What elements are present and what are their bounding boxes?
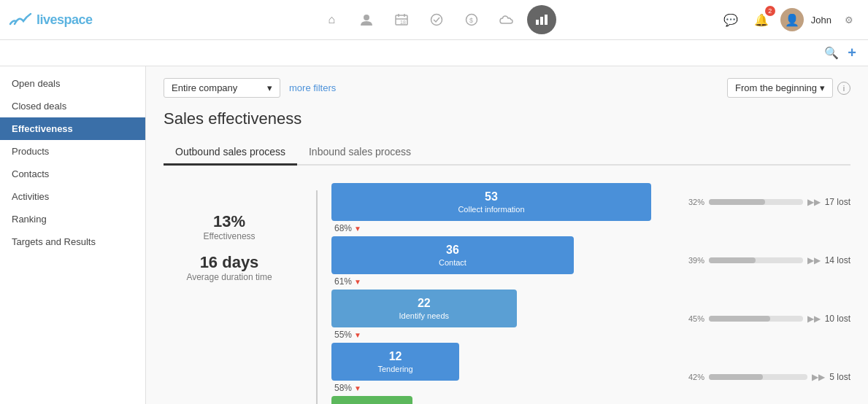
sidebar-item-closed-deals[interactable]: Closed deals bbox=[0, 95, 145, 117]
funnel-conversion-identify: 55% ▼ bbox=[334, 330, 668, 340]
deals-nav-button[interactable]: $ bbox=[457, 5, 486, 34]
conversion-spacer-2 bbox=[683, 338, 850, 358]
contacts-nav-button[interactable] bbox=[352, 5, 381, 34]
funnel-conversion-contact: 61% ▼ bbox=[334, 276, 668, 287]
lost-bar-track-contact bbox=[709, 257, 803, 263]
effectiveness-label: Effectiveness bbox=[164, 231, 295, 241]
duration-label: Average duration time bbox=[164, 272, 295, 282]
sidebar-item-activities[interactable]: Activities bbox=[0, 185, 145, 208]
cloud-icon bbox=[499, 15, 514, 25]
notification-badge: 2 bbox=[765, 6, 775, 16]
svg-text:18: 18 bbox=[400, 20, 406, 25]
funnel-label-tendering: Tendering bbox=[377, 365, 412, 373]
funnel-count-contact: 36 bbox=[446, 244, 459, 257]
sidebar-item-products[interactable]: Products bbox=[0, 140, 145, 163]
funnel-label-collect: Collect information bbox=[458, 205, 524, 214]
sidebar-item-contacts[interactable]: Contacts bbox=[0, 163, 145, 185]
lost-row-contact: 39% ▶▶ 14 lost bbox=[683, 241, 850, 279]
funnel-count-collect: 53 bbox=[485, 190, 498, 203]
analytics-nav-button[interactable] bbox=[527, 5, 556, 34]
sidebar-item-ranking[interactable]: Ranking bbox=[0, 208, 145, 230]
funnel-label-contact: Contact bbox=[439, 258, 466, 267]
conversion-arrow-icon-3: ▼ bbox=[354, 331, 361, 339]
chat-button[interactable]: 💬 bbox=[719, 8, 742, 31]
lost-arrow-icon-3: ▶▶ bbox=[807, 314, 821, 324]
lost-pct-tendering: 42% bbox=[683, 373, 704, 381]
funnel-bar-won[interactable]: 7 Won bbox=[331, 396, 412, 404]
svg-text:$: $ bbox=[469, 17, 473, 24]
conversion-arrow-icon-2: ▼ bbox=[354, 278, 361, 286]
lost-row-identify: 45% ▶▶ 10 lost bbox=[683, 300, 850, 338]
settings-button[interactable]: ⚙ bbox=[839, 9, 859, 30]
conversion-spacer-0 bbox=[683, 221, 850, 241]
content-area: Entire company ▾ more filters From the b… bbox=[146, 66, 868, 404]
company-filter[interactable]: Entire company ▾ bbox=[164, 78, 280, 98]
sidebar-item-open-deals[interactable]: Open deals bbox=[0, 72, 145, 95]
avatar: 👤 bbox=[780, 8, 804, 31]
calendar-nav-button[interactable]: 18 bbox=[387, 5, 416, 34]
filter-bar: Entire company ▾ more filters From the b… bbox=[164, 78, 850, 98]
home-nav-button[interactable]: ⌂ bbox=[317, 5, 346, 34]
main-layout: Open deals Closed deals Effectiveness Pr… bbox=[0, 66, 868, 404]
secondary-nav: 🔍 + bbox=[0, 40, 868, 66]
tab-outbound[interactable]: Outbound sales process bbox=[164, 140, 297, 166]
lost-count-tendering: 5 lost bbox=[829, 372, 850, 382]
lost-pct-collect: 32% bbox=[683, 198, 704, 206]
notifications-button[interactable]: 🔔 2 bbox=[750, 8, 773, 31]
calendar-icon: 18 bbox=[395, 13, 408, 26]
more-filters-link[interactable]: more filters bbox=[289, 82, 336, 93]
svg-rect-9 bbox=[536, 20, 539, 25]
conversion-arrow-icon: ▼ bbox=[354, 225, 361, 233]
nav-icons: ⌂ 18 $ bbox=[155, 5, 719, 34]
info-icon[interactable]: i bbox=[837, 82, 850, 95]
lost-pct-contact: 39% bbox=[683, 256, 704, 265]
lost-row-collect: 32% ▶▶ 17 lost bbox=[683, 183, 850, 221]
lost-bar-track-identify bbox=[709, 316, 803, 322]
left-stats: 13% Effectiveness 16 days Average durati… bbox=[164, 183, 310, 294]
funnel-stage-contact: 36 Contact 61% ▼ bbox=[331, 236, 668, 287]
nav-right: 💬 🔔 2 👤 John ⚙ bbox=[719, 8, 859, 31]
user-name: John bbox=[811, 15, 831, 26]
conversion-spacer-1 bbox=[683, 279, 850, 300]
funnel-bar-tendering[interactable]: 12 Tendering bbox=[331, 343, 459, 381]
process-tabs: Outbound sales process Inbound sales pro… bbox=[164, 140, 850, 166]
funnel-stage-tendering: 12 Tendering 58% ▼ bbox=[331, 343, 668, 393]
funnel-label-identify: Identify needs bbox=[399, 311, 450, 320]
funnel-bar-contact[interactable]: 36 Contact bbox=[331, 236, 574, 274]
money-icon: $ bbox=[465, 13, 478, 26]
search-button[interactable]: 🔍 bbox=[824, 46, 839, 60]
lost-bar-track-tendering bbox=[709, 374, 807, 380]
lost-arrow-icon: ▶▶ bbox=[807, 197, 821, 207]
lost-pct-identify: 45% bbox=[683, 314, 704, 323]
lost-bar-track-collect bbox=[709, 199, 803, 205]
svg-rect-10 bbox=[540, 17, 543, 25]
lost-bar-fill-contact bbox=[709, 257, 756, 263]
duration-value: 16 days bbox=[164, 253, 295, 272]
svg-point-0 bbox=[364, 15, 369, 20]
lost-bar-fill-identify bbox=[709, 316, 770, 322]
lost-section: 32% ▶▶ 17 lost 39% bbox=[675, 183, 850, 396]
sidebar-item-effectiveness[interactable]: Effectiveness bbox=[0, 117, 145, 140]
livespace-logo-icon bbox=[9, 11, 32, 28]
funnel-chart: 53 Collect information 68% ▼ 36 Cont bbox=[324, 183, 675, 404]
cloud-nav-button[interactable] bbox=[492, 5, 521, 34]
time-range-label: From the beginning bbox=[735, 82, 817, 93]
funnel-area: 13% Effectiveness 16 days Average durati… bbox=[164, 183, 850, 404]
funnel-count-identify: 22 bbox=[418, 297, 431, 310]
tab-inbound[interactable]: Inbound sales process bbox=[297, 140, 423, 166]
top-nav: livespace ⌂ 18 $ 💬 🔔 2 👤 John ⚙ bbox=[0, 0, 868, 40]
page-title: Sales effectiveness bbox=[164, 109, 850, 128]
funnel-bar-identify[interactable]: 22 Identify needs bbox=[331, 290, 517, 327]
sidebar: Open deals Closed deals Effectiveness Pr… bbox=[0, 66, 146, 404]
company-filter-label: Entire company bbox=[172, 82, 237, 93]
tasks-nav-button[interactable] bbox=[422, 5, 451, 34]
logo-area: livespace bbox=[9, 11, 155, 28]
funnel-conversion-tendering: 58% ▼ bbox=[334, 383, 668, 393]
add-button[interactable]: + bbox=[848, 44, 856, 61]
svg-rect-11 bbox=[545, 15, 548, 25]
funnel-stage-won: 7 Won bbox=[331, 396, 668, 404]
svg-point-6 bbox=[431, 15, 442, 26]
time-range-filter[interactable]: From the beginning ▾ bbox=[727, 78, 833, 98]
funnel-bar-collect[interactable]: 53 Collect information bbox=[331, 183, 651, 221]
sidebar-item-targets[interactable]: Targets and Results bbox=[0, 230, 145, 253]
